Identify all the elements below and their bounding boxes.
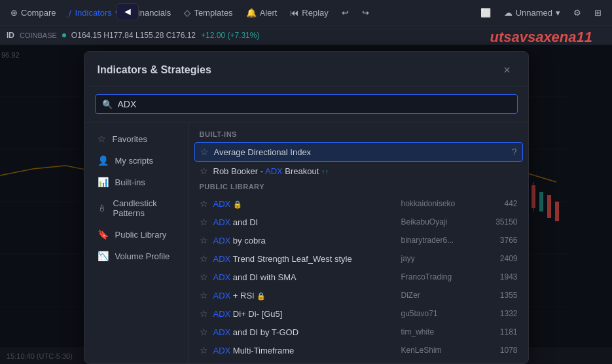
star-icon: ☆: [200, 327, 208, 337]
compare-icon: ⊕: [10, 8, 18, 18]
result-name-pl-5: ADX and DI with SMA: [213, 272, 396, 282]
nav-item-favorites[interactable]: ☆ Favorites: [87, 128, 186, 149]
result-author-pl-6: DiZer: [401, 291, 480, 300]
public-library-section-label: PUBLIC LIBRARY: [189, 180, 528, 194]
result-item-pl-5[interactable]: ☆ ADX and DI with SMA FrancoTrading 1943: [189, 268, 528, 286]
modal-close-button[interactable]: ×: [499, 62, 515, 78]
result-author-pl-1: hokkaidoniseko: [401, 199, 480, 208]
result-author-pl-8: tim_white: [401, 327, 480, 337]
chevron-down-icon: ▾: [556, 8, 560, 18]
nav-label-built-ins: Built-ins: [115, 177, 145, 187]
result-author-pl-2: BeikabuOyaji: [401, 217, 480, 227]
nav-label-favorites: Favorites: [113, 134, 147, 144]
nav-item-built-ins[interactable]: 📊 Built-ins: [87, 172, 186, 192]
undo-button[interactable]: ↩: [336, 5, 354, 20]
fullscreen-button[interactable]: ⬜: [475, 5, 496, 20]
result-count-pl-4: 2409: [485, 254, 518, 263]
modal-title: Indicators & Strategies: [98, 64, 211, 76]
nav-label-public-library: Public Library: [115, 230, 167, 240]
modal-overlay: Indicators & Strategies × 🔍 ☆ Favorites …: [0, 45, 612, 364]
result-count-pl-2: 35150: [485, 217, 518, 227]
nav-item-candlestick[interactable]: 🕯 Candlestick Patterns: [87, 193, 186, 223]
star-icon: ☆: [200, 147, 209, 157]
indicators-icon: 𝑓: [69, 8, 71, 18]
symbol: ID: [7, 31, 14, 40]
result-item-pl-2[interactable]: ☆ ADX and DI BeikabuOyaji 35150: [189, 213, 528, 231]
volume-icon: 📉: [98, 251, 109, 261]
result-author-pl-4: jayy: [401, 254, 480, 263]
replay-button[interactable]: ⏮ Replay: [285, 5, 333, 20]
redo-button[interactable]: ↪: [357, 5, 374, 20]
price-ohlc: O164.15 H177.84 L155.28 C176.12: [71, 31, 196, 40]
chart-icon: 📊: [98, 177, 109, 187]
result-count-pl-3: 3766: [485, 236, 518, 245]
result-count-pl-7: 1332: [485, 309, 518, 318]
result-item-rob-booker[interactable]: ☆ Rob Booker - ADX Breakout ↑↑: [189, 162, 528, 180]
result-item-pl-7[interactable]: ☆ ADX Di+ Di- [Gu5] gu5tavo71 1332: [189, 304, 528, 323]
star-icon: ☆: [200, 198, 208, 209]
result-count-pl-6: 1355: [485, 291, 518, 300]
financials-button[interactable]: Financials: [128, 5, 177, 20]
search-icon: 🔍: [102, 100, 113, 109]
result-item-adi[interactable]: ☆ Average Directional Index ?: [194, 142, 523, 162]
star-icon: ☆: [200, 235, 208, 246]
result-name-pl-9: ADX Multi-Timeframe: [213, 346, 396, 355]
result-name-adi: Average Directional Index: [214, 147, 507, 157]
nav-item-my-scripts[interactable]: 👤 My scripts: [87, 150, 186, 171]
compare-button[interactable]: ⊕ Compare: [5, 5, 61, 20]
cloud-icon: ☁: [504, 8, 513, 18]
layout-button[interactable]: ⊞: [589, 5, 607, 20]
templates-icon: ◇: [184, 8, 190, 18]
modal-header: Indicators & Strategies ×: [84, 52, 528, 86]
star-icon: ☆: [200, 290, 208, 300]
redo-icon: ↪: [362, 8, 369, 18]
result-count-pl-8: 1181: [485, 327, 518, 337]
star-icon: ☆: [98, 134, 106, 144]
modal-nav: ☆ Favorites 👤 My scripts 📊 Built-ins 🕯 C…: [84, 122, 189, 363]
result-name-pl-4: ADX Trend Strength Leaf_West style: [213, 254, 396, 264]
result-item-pl-6[interactable]: ☆ ADX + RSI 🔒 DiZer 1355: [189, 286, 528, 304]
result-item-pl-3[interactable]: ☆ ADX by cobra binarytrader6... 3766: [189, 231, 528, 249]
result-item-pl-4[interactable]: ☆ ADX Trend Strength Leaf_West style jay…: [189, 249, 528, 268]
modal-body: ☆ Favorites 👤 My scripts 📊 Built-ins 🕯 C…: [84, 122, 528, 363]
result-count-pl-1: 442: [485, 199, 518, 208]
nav-item-volume-profile[interactable]: 📉 Volume Profile: [87, 246, 186, 266]
result-item-pl-9[interactable]: ☆ ADX Multi-Timeframe KenLeShim 1078: [189, 341, 528, 359]
nav-label-volume-profile: Volume Profile: [115, 251, 170, 261]
result-name-rob-booker: Rob Booker - ADX Breakout ↑↑: [213, 166, 518, 176]
templates-button[interactable]: ◇ Templates: [179, 5, 238, 20]
fullscreen-icon: ⬜: [480, 8, 491, 18]
price-change: +12.00 (+7.31%): [201, 31, 259, 40]
result-author-pl-3: binarytrader6...: [401, 236, 480, 245]
alert-button[interactable]: 🔔 Alert: [241, 5, 283, 20]
search-input-wrap[interactable]: 🔍: [95, 94, 518, 114]
result-name-pl-1: ADX 🔒: [213, 199, 396, 209]
star-icon: ☆: [200, 308, 208, 319]
result-name-pl-7: ADX Di+ Di- [Gu5]: [213, 309, 396, 319]
main-toolbar: ⊕ Compare 𝑓 Indicators ▾ Financials ◇ Te…: [0, 0, 612, 26]
search-section: 🔍: [84, 86, 528, 122]
nav-label-my-scripts: My scripts: [115, 156, 154, 166]
result-item-pl-1[interactable]: ☆ ADX 🔒 hokkaidoniseko 442: [189, 194, 528, 213]
star-icon: ☆: [200, 345, 208, 355]
settings-button[interactable]: ⚙: [568, 5, 586, 20]
built-ins-section-label: BUILT-INS: [189, 128, 528, 142]
star-icon: ☆: [200, 166, 208, 176]
nav-item-public-library[interactable]: 🔖 Public Library: [87, 224, 186, 245]
layout-icon: ⊞: [594, 8, 602, 18]
result-author-pl-7: gu5tavo71: [401, 309, 480, 318]
person-icon: 👤: [98, 155, 109, 166]
result-item-pl-8[interactable]: ☆ ADX and DI by T-GOD tim_white 1181: [189, 323, 528, 341]
star-icon: ☆: [200, 253, 208, 264]
search-input[interactable]: [118, 99, 511, 109]
result-name-pl-6: ADX + RSI 🔒: [213, 291, 396, 300]
result-name-pl-3: ADX by cobra: [213, 236, 396, 246]
question-icon: ?: [512, 147, 517, 157]
indicators-modal: Indicators & Strategies × 🔍 ☆ Favorites …: [84, 51, 529, 364]
result-count-pl-5: 1943: [485, 272, 518, 282]
replay-icon: ⏮: [290, 8, 298, 18]
result-item-pl-10[interactable]: ☆ ADX by cobra binarytrader6... 864: [189, 359, 528, 363]
indicators-button[interactable]: 𝑓 Indicators ▾: [63, 5, 124, 21]
result-author-pl-5: FrancoTrading: [401, 272, 480, 282]
cloud-save-button[interactable]: ☁ Unnamed ▾: [499, 5, 566, 20]
